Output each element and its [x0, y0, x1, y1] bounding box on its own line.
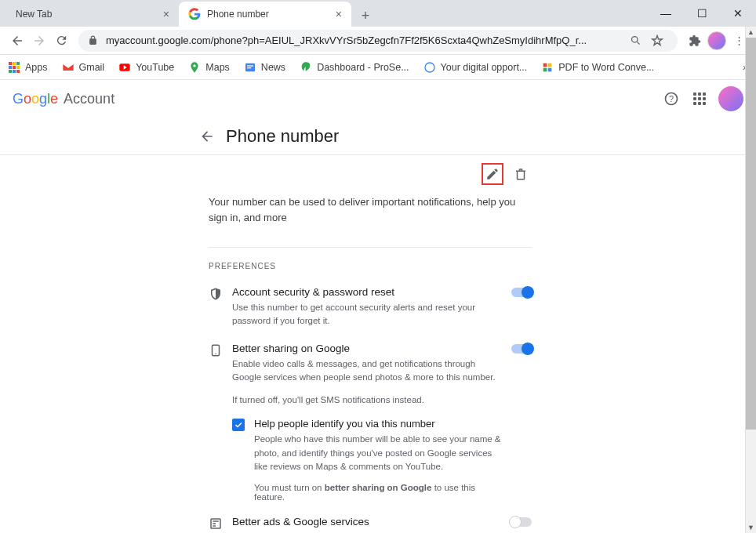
svg-point-7 [425, 63, 434, 72]
bookmark-label: Dashboard - ProSe... [317, 62, 409, 73]
bookmark-label: Maps [205, 62, 230, 73]
back-arrow-icon[interactable] [198, 127, 216, 146]
sharing-toggle[interactable] [511, 343, 532, 354]
pref-note: If turned off, you'll get SMS notificati… [232, 393, 503, 407]
apps-launcher-icon[interactable] [687, 86, 712, 111]
new-tab-button[interactable]: + [354, 5, 376, 27]
pref-ads: Better ads & Google services Use this nu… [209, 516, 532, 533]
pref-title: Account security & password reset [232, 286, 503, 298]
svg-rect-10 [543, 67, 547, 71]
bookmark-dashboard[interactable]: Dashboard - ProSe... [300, 61, 409, 74]
bookmark-maps[interactable]: Maps [188, 61, 230, 74]
svg-line-1 [637, 42, 639, 44]
bookmark-label: Apps [25, 62, 48, 73]
pref-desc: Enable video calls & messages, and get n… [232, 357, 503, 385]
forward-button[interactable] [28, 30, 50, 52]
close-icon[interactable]: × [336, 8, 342, 20]
pdf-icon [541, 61, 554, 74]
bookmark-label: News [261, 62, 285, 73]
maximize-button[interactable]: ☐ [684, 0, 720, 27]
url-text: myaccount.google.com/phone?ph=AEIUL_JRXk… [106, 34, 624, 46]
scroll-down-button[interactable]: ▼ [746, 522, 756, 533]
preferences-section-label: PREFERENCES [209, 247, 532, 270]
tab-title: New Tab [16, 9, 157, 20]
intro-text: Your number can be used to deliver impor… [209, 194, 532, 225]
page-title: Phone number [226, 126, 339, 147]
youtube-icon [118, 61, 131, 74]
pref-title: Better ads & Google services [232, 516, 503, 528]
pref-desc: Use this number to get account security … [232, 301, 503, 328]
bookmark-label: Your digital opport... [441, 62, 528, 73]
sub-note: You must turn on better sharing on Googl… [254, 483, 503, 502]
apps-icon [8, 61, 20, 74]
edit-button[interactable] [482, 163, 503, 185]
window-controls: — ☐ ✕ [648, 0, 756, 27]
bookmark-label: Gmail [79, 62, 105, 73]
content-area: Your number can be used to deliver impor… [0, 149, 745, 533]
bookmark-pdf[interactable]: PDF to Word Conve... [541, 61, 654, 74]
pref-sharing: Better sharing on Google Enable video ca… [209, 343, 532, 502]
bookmark-news[interactable]: News [244, 61, 285, 74]
browser-tab[interactable]: New Tab × [6, 2, 179, 27]
tab-title: Phone number [207, 9, 329, 20]
back-button[interactable] [6, 30, 28, 52]
star-icon[interactable] [646, 30, 668, 52]
pref-security: Account security & password reset Use th… [209, 286, 532, 328]
scroll-up-button[interactable]: ▲ [746, 27, 756, 38]
account-label: Account [64, 91, 114, 107]
device-icon [209, 343, 224, 357]
address-bar[interactable]: myaccount.google.com/phone?ph=AEIUL_JRXk… [78, 30, 678, 52]
security-toggle[interactable] [511, 286, 532, 297]
google-favicon [188, 8, 201, 20]
svg-rect-6 [247, 67, 251, 68]
zoom-icon[interactable] [624, 30, 646, 52]
sub-title: Help people identify you via this number [254, 418, 503, 430]
google-g-icon [423, 61, 436, 74]
svg-rect-8 [543, 63, 547, 67]
svg-rect-11 [548, 67, 552, 71]
browser-toolbar: myaccount.google.com/phone?ph=AEIUL_JRXk… [0, 27, 756, 55]
bookmark-gmail[interactable]: Gmail [62, 61, 105, 74]
phone-actions [209, 163, 532, 185]
svg-point-0 [631, 37, 638, 43]
identify-checkbox[interactable] [232, 419, 245, 431]
bookmarks-bar: Apps Gmail YouTube Maps News Dashboard -… [0, 55, 756, 80]
lock-icon [88, 35, 98, 45]
apps-bookmark[interactable]: Apps [8, 61, 48, 74]
google-account-logo[interactable]: Google Account [13, 91, 114, 107]
bookmark-digital[interactable]: Your digital opport... [423, 61, 528, 74]
profile-avatar[interactable] [706, 30, 728, 52]
svg-rect-9 [548, 63, 552, 67]
extensions-icon[interactable] [684, 30, 706, 52]
sub-desc: People who have this number will be able… [254, 433, 503, 473]
bookmark-youtube[interactable]: YouTube [118, 61, 174, 74]
google-account-header: Google Account ? [0, 80, 756, 118]
help-icon[interactable]: ? [659, 86, 684, 111]
leaf-icon [300, 61, 312, 74]
reload-button[interactable] [50, 30, 72, 52]
maps-icon [188, 61, 201, 74]
account-avatar[interactable] [718, 86, 743, 111]
pref-title: Better sharing on Google [232, 343, 503, 354]
bookmark-label: YouTube [136, 62, 174, 73]
sub-pref-identify: Help people identify you via this number… [232, 418, 503, 502]
svg-text:?: ? [669, 94, 674, 103]
scroll-thumb[interactable] [746, 38, 756, 430]
delete-button[interactable] [510, 163, 532, 185]
vertical-scrollbar[interactable]: ▲ ▼ [745, 27, 756, 533]
close-window-button[interactable]: ✕ [720, 0, 756, 27]
tab-strip: New Tab × Phone number × + [0, 0, 756, 27]
svg-point-15 [215, 353, 216, 354]
gmail-icon [62, 61, 75, 74]
ads-toggle[interactable] [511, 516, 532, 527]
svg-rect-5 [247, 65, 253, 66]
minimize-button[interactable]: — [648, 0, 684, 27]
svg-point-3 [194, 64, 196, 67]
close-icon[interactable]: × [163, 8, 169, 20]
bookmark-label: PDF to Word Conve... [558, 62, 654, 73]
shield-icon [209, 286, 224, 301]
browser-tab-active[interactable]: Phone number × [179, 2, 351, 27]
news-icon [244, 61, 256, 74]
newspaper-icon [209, 516, 224, 531]
